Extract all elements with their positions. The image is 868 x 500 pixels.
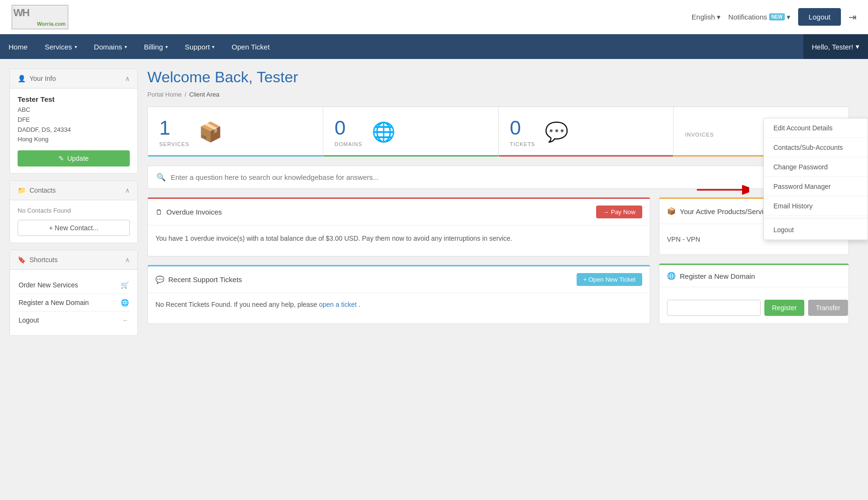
shortcut-logout-label: Logout (19, 316, 39, 324)
logout-button-top[interactable]: Logout (798, 8, 841, 26)
support-title: Recent Support Tickets (168, 275, 242, 284)
red-arrow-indicator (692, 180, 749, 201)
register-domain-title: Register a New Domain (680, 272, 755, 280)
contacts-header-left: 📁 Contacts (18, 186, 56, 194)
overdue-text: You have 1 overdue invoice(s) with a tot… (155, 233, 642, 244)
domains-globe-icon: 🌐 (372, 121, 395, 143)
shortcut-logout[interactable]: Logout ← (18, 312, 130, 329)
stat-domains-underline (323, 155, 498, 157)
nav-bar: Home Services ▾ Domains ▾ Billing ▾ Supp… (0, 34, 868, 59)
stat-domains-label: DOMAINS (335, 141, 362, 147)
invoice-icon: 🗒 (155, 208, 163, 216)
nav-support-label: Support (185, 43, 210, 51)
register-domain-header: 🌐 Register a New Domain (659, 265, 849, 287)
notifications-caret-icon: ▾ (787, 13, 791, 21)
shortcuts-header: 🔖 Shortcuts ∧ (10, 250, 137, 270)
stat-services-number: 1 (159, 117, 189, 139)
stat-tickets[interactable]: 0 TICKETS 💬 (499, 107, 674, 157)
shortcut-register-domain[interactable]: Register a New Domain 🌐 (18, 294, 130, 312)
language-label: English (692, 13, 715, 21)
overdue-invoices-card: 🗒 Overdue Invoices → Pay Now You have 1 … (147, 197, 650, 256)
overdue-header-left: 🗒 Overdue Invoices (155, 208, 222, 216)
active-products-title: Your Active Products/Services (680, 207, 775, 216)
support-card-body: No Recent Tickets Found. If you need any… (148, 293, 650, 316)
breadcrumb-sep: / (184, 91, 186, 98)
dd-password-manager[interactable]: Password Manager (764, 177, 868, 196)
your-info-header: 👤 Your Info ∧ (10, 69, 137, 88)
language-button[interactable]: English ▾ (692, 13, 721, 21)
user-full-name: Tester Test (18, 95, 130, 103)
logout-door-icon[interactable]: ⇥ (849, 11, 857, 23)
stat-tickets-label: TICKETS (510, 141, 535, 147)
nav-domains-caret-icon: ▾ (125, 44, 127, 49)
nav-open-ticket[interactable]: Open Ticket (223, 34, 278, 59)
nav-services-caret-icon: ▾ (75, 44, 77, 49)
open-ticket-link[interactable]: open a ticket (319, 301, 357, 308)
logout-arrow-icon: ← (122, 316, 129, 324)
logo-site-text: Worria.com (37, 21, 66, 27)
dd-change-password[interactable]: Change Password (764, 157, 868, 177)
nav-services[interactable]: Services ▾ (36, 34, 86, 59)
shortcuts-header-left: 🔖 Shortcuts (18, 256, 58, 264)
stats-row: 1 SERVICES 📦 0 DOMAINS 🌐 0 TICKETS (147, 107, 849, 157)
welcome-title: Welcome Back, Tester (147, 69, 849, 86)
stat-domains[interactable]: 0 DOMAINS 🌐 (323, 107, 499, 157)
shortcuts-card: 🔖 Shortcuts ∧ Order New Services 🛒 Regis… (10, 250, 138, 336)
user-address1: DFE (18, 115, 130, 125)
register-domain-card: 🌐 Register a New Domain Register Transfe… (659, 264, 849, 324)
shortcuts-collapse-icon[interactable]: ∧ (125, 256, 130, 264)
nav-domains-label: Domains (94, 43, 122, 51)
stat-services[interactable]: 1 SERVICES 📦 (148, 107, 323, 157)
nav-billing-caret-icon: ▾ (165, 44, 168, 49)
logo-wh-text: WH (13, 7, 29, 19)
notifications-button[interactable]: Notifications NEW ▾ (728, 13, 791, 21)
folder-icon: 📁 (18, 186, 26, 194)
domain-input[interactable] (667, 300, 761, 316)
user-dropdown-menu: Edit Account Details Contacts/Sub-Accoun… (763, 118, 868, 240)
logo-area: WH Worria.com (11, 5, 68, 29)
transfer-button[interactable]: Transfer (808, 300, 848, 316)
contacts-collapse-icon[interactable]: ∧ (125, 186, 130, 194)
nav-home[interactable]: Home (0, 34, 36, 59)
shortcut-register-domain-label: Register a New Domain (19, 299, 89, 306)
open-ticket-button[interactable]: + Open New Ticket (577, 273, 642, 286)
your-info-collapse-icon[interactable]: ∧ (125, 75, 130, 82)
overdue-card-header: 🗒 Overdue Invoices → Pay Now (148, 199, 650, 225)
nav-support[interactable]: Support ▾ (176, 34, 223, 59)
breadcrumb-home[interactable]: Portal Home (147, 91, 182, 98)
dd-contacts-subaccounts[interactable]: Contacts/Sub-Accounts (764, 138, 868, 157)
support-no-tickets-text: No Recent Tickets Found. If you need any… (155, 301, 642, 308)
products-icon: 📦 (667, 207, 676, 216)
user-country: Hong Kong (18, 135, 130, 145)
register-domain-header-left: 🌐 Register a New Domain (667, 272, 755, 280)
pay-now-button[interactable]: → Pay Now (596, 206, 642, 218)
shortcut-order-services[interactable]: Order New Services 🛒 (18, 276, 130, 294)
notifications-new-badge: NEW (769, 13, 785, 20)
nav-user-menu[interactable]: Hello, Tester! ▾ (803, 34, 868, 59)
support-tickets-card: 💬 Recent Support Tickets + Open New Tick… (147, 265, 650, 324)
breadcrumb-current: Client Area (189, 91, 220, 98)
dd-edit-account[interactable]: Edit Account Details (764, 118, 868, 138)
dd-email-history[interactable]: Email History (764, 196, 868, 216)
new-contact-button[interactable]: + New Contact... (18, 220, 130, 236)
register-button[interactable]: Register (764, 300, 804, 316)
search-icon: 🔍 (156, 173, 166, 182)
support-card-header: 💬 Recent Support Tickets + Open New Tick… (148, 266, 650, 293)
chat-icon: 💬 (155, 275, 164, 284)
user-company: ABC (18, 105, 130, 115)
shortcuts-body: Order New Services 🛒 Register a New Doma… (10, 270, 137, 335)
nav-billing[interactable]: Billing ▾ (135, 34, 176, 59)
stat-services-underline (148, 155, 323, 157)
contacts-header: 📁 Contacts ∧ (10, 181, 137, 200)
dd-logout[interactable]: Logout (764, 220, 868, 240)
your-info-card: 👤 Your Info ∧ Tester Test ABC DFE DADDF,… (10, 69, 138, 174)
main-container: 👤 Your Info ∧ Tester Test ABC DFE DADDF,… (0, 59, 868, 345)
your-info-body: Tester Test ABC DFE DADDF, DS, 24334 Hon… (10, 88, 137, 173)
nav-domains[interactable]: Domains ▾ (86, 34, 135, 59)
globe-icon: 🌐 (121, 299, 129, 306)
nav-user-label: Hello, Tester! (812, 43, 853, 51)
contacts-body: No Contacts Found + New Contact... (10, 200, 137, 243)
update-label: Update (67, 155, 88, 162)
nav-services-label: Services (45, 43, 72, 51)
update-button[interactable]: ✎ Update (18, 150, 130, 167)
